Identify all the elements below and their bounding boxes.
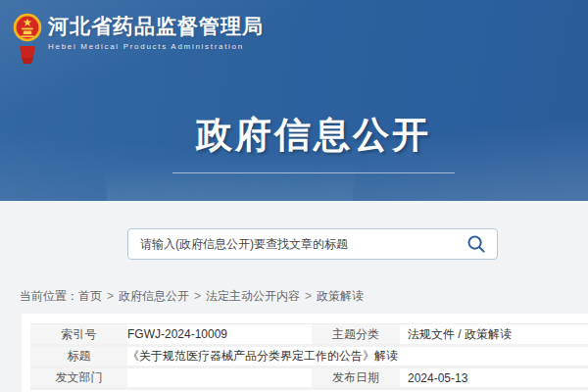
table-row-department: 发文部门 发布日期 2024-05-13 [30,368,588,389]
content-panel: 索引号 FGWJ-2024-10009 主题分类 法规文件 / 政策解读 标题 … [22,314,588,392]
breadcrumb-item-gov-info[interactable]: 政府信息公开 [119,289,189,303]
breadcrumb-item-home[interactable]: 首页 [78,289,102,303]
site-name: 河北省药品监督管理局 [48,15,264,38]
banner-title: 政府信息公开 [20,111,588,160]
breadcrumb-item-disclosure-content[interactable]: 法定主动公开内容 [206,289,300,303]
search-icon [466,234,486,254]
field-label-title: 标题 [30,346,127,368]
table-row-title: 标题 《关于规范医疗器械产品分类界定工作的公告》解读 [30,346,588,368]
site-brand-text: 河北省药品监督管理局 Hebei Medical Products Admini… [48,9,264,51]
search-box [127,228,498,260]
banner-underline [172,172,455,173]
breadcrumb-separator: > [194,289,201,303]
field-label-topic-category: 主题分类 [312,324,400,346]
search-button[interactable] [463,234,497,254]
field-value-topic-category: 法规文件 / 政策解读 [400,324,588,346]
site-name-en: Hebei Medical Products Administration [48,42,264,51]
field-label-publish-date: 发布日期 [312,368,400,389]
field-value-publish-date: 2024-05-13 [400,368,588,389]
info-table: 索引号 FGWJ-2024-10009 主题分类 法规文件 / 政策解读 标题 … [30,323,588,390]
breadcrumb-label: 当前位置： [20,289,78,303]
breadcrumb-item-policy-interpretation[interactable]: 政策解读 [317,289,364,303]
field-label-index-number: 索引号 [30,324,127,346]
field-value-title: 《关于规范医疗器械产品分类界定工作的公告》解读 [127,346,588,368]
field-value-issuing-department [127,368,312,389]
national-emblem-icon [13,9,42,66]
site-brand[interactable]: 河北省药品监督管理局 Hebei Medical Products Admini… [13,9,264,66]
breadcrumb-separator: > [107,289,114,303]
banner-title-block: 政府信息公开 [20,111,588,173]
field-value-index-number: FGWJ-2024-10009 [127,324,312,346]
field-label-issuing-department: 发文部门 [30,368,127,389]
breadcrumb: 当前位置：首页>政府信息公开>法定主动公开内容>政策解读 [20,288,364,305]
breadcrumb-separator: > [305,289,312,303]
search-input[interactable] [128,229,463,259]
header-banner: 河北省药品监督管理局 Hebei Medical Products Admini… [0,0,588,201]
table-row-index: 索引号 FGWJ-2024-10009 主题分类 法规文件 / 政策解读 [30,324,588,346]
